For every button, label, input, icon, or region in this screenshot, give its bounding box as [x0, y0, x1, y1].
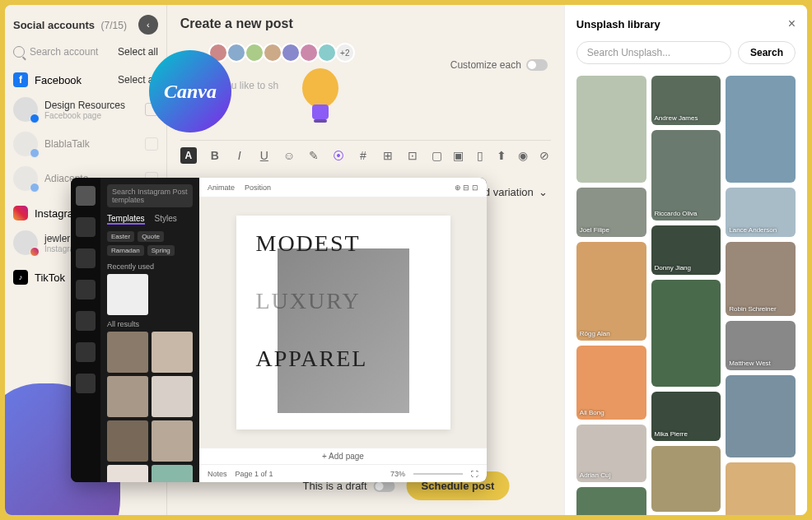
- template-thumb[interactable]: [107, 376, 148, 417]
- chip[interactable]: Quote: [138, 231, 164, 242]
- unsplash-photo[interactable]: [726, 375, 796, 457]
- notes-button[interactable]: Notes: [208, 470, 227, 478]
- zoom-slider[interactable]: [413, 473, 463, 475]
- more-avatars[interactable]: +2: [335, 43, 355, 63]
- canva-search-input[interactable]: Search Instagram Post templates: [107, 184, 193, 207]
- underline-button[interactable]: U: [258, 149, 271, 162]
- svg-rect-2: [314, 119, 327, 123]
- unsplash-search-button[interactable]: Search: [738, 41, 796, 64]
- unsplash-photo[interactable]: Andrew James: [651, 76, 721, 125]
- position-button[interactable]: Position: [245, 183, 271, 192]
- gif-icon[interactable]: ◉: [516, 149, 530, 162]
- facebook-icon: f: [13, 72, 28, 87]
- selected-avatar[interactable]: [317, 43, 337, 63]
- selected-avatar[interactable]: [245, 43, 264, 63]
- canva-badge: Canva: [149, 50, 231, 132]
- account-checkbox[interactable]: [145, 137, 158, 151]
- customize-toggle[interactable]: [526, 59, 548, 71]
- tab-styles[interactable]: Styles: [155, 214, 177, 225]
- network-instagram[interactable]: Instagra: [35, 207, 73, 220]
- avatar: [13, 166, 38, 191]
- selected-avatar[interactable]: [281, 43, 301, 63]
- unsplash-photo[interactable]: Rögg Alan: [576, 242, 646, 341]
- bold-button[interactable]: B: [208, 149, 222, 162]
- avatar: [13, 97, 38, 122]
- chip[interactable]: Ramadan: [107, 245, 144, 256]
- account-name[interactable]: Design Resources: [44, 100, 125, 111]
- animate-button[interactable]: Animate: [208, 183, 235, 192]
- svg-point-0: [302, 68, 338, 108]
- text-toolbar: A B I U ☺ ✎ ⦿ # ⊞ ⊡ ▢ ▣ ▯ ⬆ ◉ ⊘: [180, 140, 551, 170]
- instagram-icon: [13, 206, 28, 221]
- unsplash-photo[interactable]: [651, 446, 721, 512]
- text-color-button[interactable]: A: [180, 147, 197, 164]
- emoji-button[interactable]: ☺: [282, 149, 296, 162]
- unsplash-photo[interactable]: [576, 487, 646, 515]
- rail-design[interactable]: [76, 186, 96, 206]
- add-page-button[interactable]: + Add page: [199, 448, 487, 464]
- network-facebook[interactable]: Facebook: [35, 74, 82, 86]
- italic-button[interactable]: I: [233, 149, 246, 162]
- rail-apps[interactable]: [76, 374, 96, 393]
- search-icon: [13, 46, 25, 58]
- avatar: [13, 132, 38, 156]
- ai-button[interactable]: ✎: [307, 149, 320, 162]
- recently-used-label: Recently used: [107, 262, 193, 271]
- template-thumb[interactable]: [107, 420, 148, 462]
- page-title: Create a new post: [180, 16, 551, 31]
- selected-avatar[interactable]: [263, 43, 282, 63]
- avatar: [13, 230, 38, 255]
- unsplash-photo[interactable]: Riccardo Oliva: [651, 130, 721, 221]
- unsplash-photo[interactable]: Mika Pierre: [651, 392, 721, 441]
- unsplash-photo[interactable]: Lance Anderson: [726, 188, 796, 237]
- link-icon[interactable]: ⊘: [538, 149, 551, 162]
- collapse-sidebar-button[interactable]: ‹: [138, 15, 158, 35]
- template-thumb[interactable]: [152, 376, 193, 417]
- template-thumb[interactable]: [152, 465, 193, 482]
- canvas-actions[interactable]: ⊕ ⊟ ⊡: [455, 183, 478, 192]
- image-icon[interactable]: ▣: [452, 149, 465, 162]
- unsplash-photo[interactable]: Matthew West: [726, 321, 796, 370]
- unsplash-photo[interactable]: Robin Schreiner: [726, 242, 796, 316]
- unsplash-photo[interactable]: Adrian Cuj: [576, 425, 646, 482]
- chip[interactable]: Easter: [107, 231, 134, 242]
- artboard[interactable]: MODEST LUXURY APPAREL: [236, 216, 450, 429]
- unsplash-search-input[interactable]: Search Unsplash...: [576, 41, 731, 64]
- zoom-level[interactable]: 73%: [390, 470, 405, 478]
- tab-templates[interactable]: Templates: [107, 214, 145, 225]
- folder-icon[interactable]: ▢: [431, 149, 444, 162]
- hashtag-button[interactable]: #: [357, 149, 370, 162]
- all-results-label: All results: [107, 320, 193, 328]
- expand-icon[interactable]: ⛶: [471, 470, 478, 478]
- template-thumb[interactable]: [107, 274, 148, 315]
- rail-draw[interactable]: [76, 311, 96, 331]
- rail-uploads[interactable]: [76, 280, 96, 299]
- unsplash-grid: Joel FilipeRögg AlanAli BongAdrian CujAn…: [576, 76, 796, 515]
- variable-button[interactable]: ⊡: [406, 149, 419, 162]
- template-thumb[interactable]: [107, 332, 148, 373]
- caption-button[interactable]: ⊞: [381, 149, 394, 162]
- close-icon[interactable]: ×: [788, 16, 796, 31]
- location-icon[interactable]: ⦿: [332, 149, 345, 162]
- search-account-input[interactable]: Search account: [13, 46, 118, 58]
- template-thumb[interactable]: [152, 332, 193, 373]
- document-icon[interactable]: ▯: [474, 149, 487, 162]
- unsplash-photo[interactable]: Donny Jiang: [651, 225, 721, 275]
- rail-elements[interactable]: [76, 217, 96, 237]
- unsplash-photo[interactable]: [651, 280, 721, 387]
- network-tiktok[interactable]: TikTok: [35, 272, 65, 284]
- unsplash-photo[interactable]: Ali Bong: [576, 346, 646, 420]
- unsplash-photo[interactable]: [576, 76, 646, 183]
- unsplash-photo[interactable]: Adam Bixby: [726, 462, 796, 515]
- chip[interactable]: Spring: [147, 245, 175, 256]
- unsplash-photo[interactable]: [726, 76, 796, 183]
- sidebar-title: Social accounts: [13, 19, 95, 31]
- rail-brand[interactable]: [76, 248, 96, 268]
- upload-icon[interactable]: ⬆: [495, 149, 508, 162]
- template-thumb[interactable]: [152, 420, 193, 462]
- selected-avatar[interactable]: [299, 43, 319, 63]
- unsplash-photo[interactable]: Joel Filipe: [576, 188, 646, 237]
- rail-projects[interactable]: [76, 342, 96, 362]
- page-indicator: Page 1 of 1: [236, 470, 273, 478]
- template-thumb[interactable]: [107, 465, 148, 482]
